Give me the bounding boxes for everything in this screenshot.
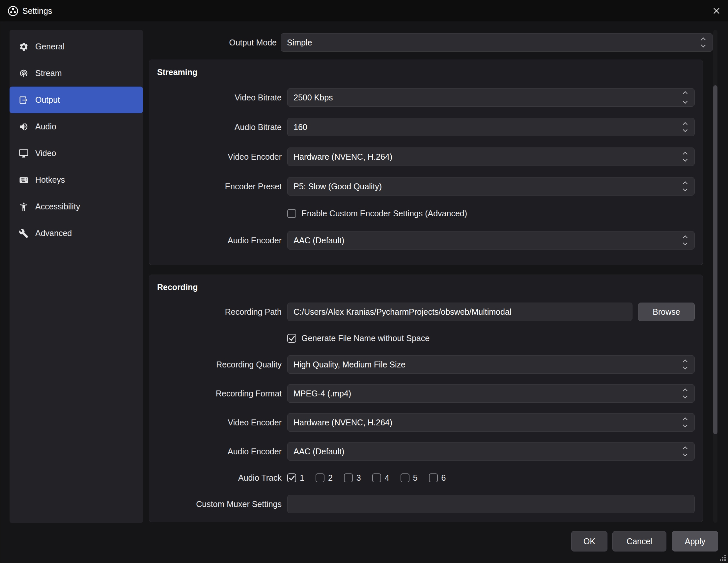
audio-track-6-checkbox[interactable]: [429, 473, 438, 482]
sidebar-item-general[interactable]: General: [10, 33, 143, 60]
sidebar-item-output[interactable]: Output: [10, 87, 143, 113]
sidebar-item-advanced[interactable]: Advanced: [10, 220, 143, 247]
custom-encoder-checkbox-label[interactable]: Enable Custom Encoder Settings (Advanced…: [301, 209, 467, 218]
sidebar-item-hotkeys[interactable]: Hotkeys: [10, 167, 143, 193]
sidebar-item-label: Hotkeys: [35, 175, 65, 185]
video-encoder-spinner[interactable]: [678, 148, 692, 166]
keyboard-icon: [19, 175, 29, 185]
filename-no-space-row: Generate File Name without Space: [157, 331, 695, 345]
recording-quality-select[interactable]: High Quality, Medium File Size: [287, 355, 695, 374]
recording-video-encoder-select[interactable]: Hardware (NVENC, H.264): [287, 413, 695, 432]
output-mode-spinner[interactable]: [696, 34, 711, 51]
up-arrow-icon[interactable]: [683, 182, 687, 186]
output-icon: [19, 95, 29, 105]
recording-format-spinner[interactable]: [678, 384, 692, 402]
encoder-preset-row: Encoder Preset P5: Slow (Good Quality): [157, 177, 695, 196]
resize-grip[interactable]: [724, 559, 726, 561]
filename-no-space-checkbox[interactable]: [287, 334, 296, 343]
settings-sidebar: General Stream Output Audio Video Hotkey…: [10, 30, 143, 523]
sidebar-item-label: Stream: [35, 69, 62, 78]
recording-path-input[interactable]: C:/Users/Alex Kranias/PycharmProjects/ob…: [287, 302, 632, 321]
up-arrow-icon[interactable]: [683, 359, 687, 364]
down-arrow-icon[interactable]: [683, 157, 687, 162]
recording-audio-encoder-spinner[interactable]: [678, 442, 692, 460]
gear-icon: [19, 42, 29, 52]
recording-format-select[interactable]: MPEG-4 (.mp4): [287, 384, 695, 403]
recording-video-encoder-row: Video Encoder Hardware (NVENC, H.264): [157, 413, 695, 432]
sidebar-item-label: Accessibility: [35, 202, 80, 211]
video-encoder-row: Video Encoder Hardware (NVENC, H.264): [157, 148, 695, 166]
recording-format-row: Recording Format MPEG-4 (.mp4): [157, 384, 695, 403]
up-arrow-icon[interactable]: [683, 122, 687, 127]
down-arrow-icon[interactable]: [683, 423, 687, 427]
down-arrow-icon[interactable]: [683, 187, 687, 191]
up-arrow-icon[interactable]: [701, 38, 706, 42]
sidebar-item-label: Video: [35, 149, 56, 158]
sidebar-item-stream[interactable]: Stream: [10, 60, 143, 87]
down-arrow-icon[interactable]: [683, 365, 687, 369]
scrollbar-thumb[interactable]: [713, 85, 717, 434]
custom-encoder-checkbox[interactable]: [287, 209, 296, 218]
sidebar-item-accessibility[interactable]: Accessibility: [10, 193, 143, 220]
broadcast-icon: [19, 69, 29, 78]
recording-quality-spinner[interactable]: [678, 355, 692, 373]
video-bitrate-spinner[interactable]: [678, 89, 692, 106]
down-arrow-icon[interactable]: [683, 127, 687, 132]
custom-encoder-row: Enable Custom Encoder Settings (Advanced…: [157, 207, 695, 220]
streaming-title: Streaming: [157, 67, 695, 77]
settings-window: Settings General Stream Output Audio Vid…: [0, 0, 728, 563]
audio-encoder-select[interactable]: AAC (Default): [287, 231, 695, 250]
recording-audio-encoder-row: Audio Encoder AAC (Default): [157, 442, 695, 461]
output-mode-label: Output Mode: [149, 38, 277, 47]
window-title: Settings: [22, 6, 52, 16]
audio-track-4-checkbox[interactable]: [372, 473, 381, 482]
streaming-section: Streaming Video Bitrate 2500 Kbps Audio …: [149, 60, 703, 265]
audio-bitrate-spinbox[interactable]: 160: [287, 118, 695, 136]
video-bitrate-spinbox[interactable]: 2500 Kbps: [287, 88, 695, 107]
recording-title: Recording: [157, 282, 695, 292]
audio-track-5-checkbox[interactable]: [401, 473, 409, 482]
custom-muxer-input[interactable]: [287, 495, 695, 513]
down-arrow-icon[interactable]: [683, 452, 687, 456]
sidebar-item-label: Output: [35, 95, 60, 105]
audio-bitrate-row: Audio Bitrate 160: [157, 118, 695, 136]
down-arrow-icon[interactable]: [683, 394, 687, 398]
audio-track-row: Audio Track 1 2 3: [157, 471, 695, 484]
speaker-icon: [19, 122, 29, 132]
up-arrow-icon[interactable]: [683, 236, 687, 240]
down-arrow-icon[interactable]: [683, 99, 687, 104]
filename-no-space-checkbox-label[interactable]: Generate File Name without Space: [301, 333, 430, 343]
apply-button[interactable]: Apply: [672, 531, 718, 551]
audio-track-2-checkbox[interactable]: [316, 473, 324, 482]
audio-track-3-checkbox[interactable]: [344, 473, 353, 482]
audio-encoder-spinner[interactable]: [678, 232, 692, 249]
down-arrow-icon[interactable]: [683, 241, 687, 245]
sidebar-item-video[interactable]: Video: [10, 140, 143, 167]
recording-audio-encoder-select[interactable]: AAC (Default): [287, 442, 695, 461]
scrollbar-track[interactable]: [713, 30, 717, 523]
close-icon: [713, 7, 720, 15]
up-arrow-icon[interactable]: [683, 152, 687, 156]
encoder-preset-spinner[interactable]: [678, 178, 692, 195]
audio-track-1-checkbox[interactable]: [287, 473, 296, 482]
output-mode-select[interactable]: Simple: [281, 33, 713, 52]
close-button[interactable]: [705, 0, 728, 21]
recording-video-encoder-spinner[interactable]: [678, 413, 692, 431]
sidebar-item-label: Advanced: [35, 229, 72, 238]
up-arrow-icon[interactable]: [683, 417, 687, 422]
audio-bitrate-spinner[interactable]: [678, 118, 692, 136]
cancel-button[interactable]: Cancel: [612, 531, 666, 551]
browse-button[interactable]: Browse: [638, 302, 695, 321]
ok-button[interactable]: OK: [571, 531, 607, 551]
titlebar[interactable]: Settings: [0, 0, 728, 21]
sidebar-item-audio[interactable]: Audio: [10, 113, 143, 140]
encoder-preset-select[interactable]: P5: Slow (Good Quality): [287, 177, 695, 196]
video-encoder-select[interactable]: Hardware (NVENC, H.264): [287, 148, 695, 166]
up-arrow-icon[interactable]: [683, 91, 687, 96]
audio-encoder-row: Audio Encoder AAC (Default): [157, 231, 695, 250]
down-arrow-icon[interactable]: [701, 43, 706, 47]
custom-muxer-row: Custom Muxer Settings: [157, 495, 695, 513]
up-arrow-icon[interactable]: [683, 388, 687, 393]
recording-section: Recording Recording Path C:/Users/Alex K…: [149, 275, 703, 522]
up-arrow-icon[interactable]: [683, 446, 687, 451]
